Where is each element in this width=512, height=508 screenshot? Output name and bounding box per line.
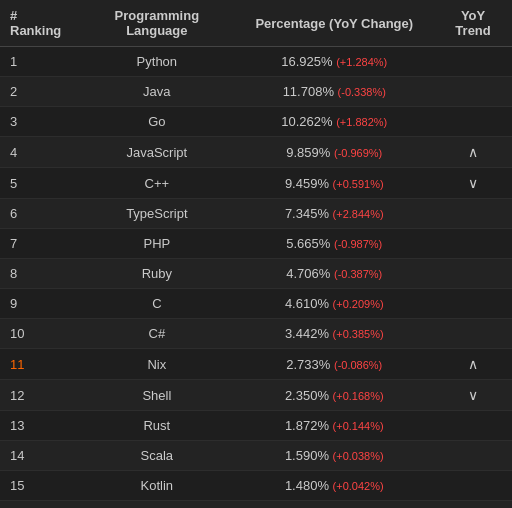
change-value: (+0.042%)	[333, 480, 384, 492]
cell-language: Kotlin	[79, 471, 234, 501]
cell-trend: ∨	[434, 380, 512, 411]
cell-rank: 7	[0, 229, 79, 259]
cell-language: Ruby	[79, 259, 234, 289]
cell-trend: ∨	[434, 168, 512, 199]
percentage-value: 3.442%	[285, 326, 333, 341]
cell-percentage: 1.480% (+0.042%)	[234, 471, 434, 501]
table-row: 4JavaScript9.859% (-0.969%)∧	[0, 137, 512, 168]
cell-rank: 14	[0, 441, 79, 471]
cell-trend	[434, 47, 512, 77]
percentage-value: 1.872%	[285, 418, 333, 433]
rankings-table: # Ranking Programming Language Percentag…	[0, 0, 512, 508]
cell-rank: 12	[0, 380, 79, 411]
trend-down-icon: ∨	[468, 387, 478, 403]
cell-percentage: 4.706% (-0.387%)	[234, 259, 434, 289]
cell-rank: 8	[0, 259, 79, 289]
cell-language: Java	[79, 77, 234, 107]
cell-rank: 9	[0, 289, 79, 319]
cell-language: TypeScript	[79, 199, 234, 229]
change-value: (-0.387%)	[334, 268, 382, 280]
percentage-value: 2.350%	[285, 388, 333, 403]
col-header-trend: YoY Trend	[434, 0, 512, 47]
cell-trend	[434, 501, 512, 509]
table-row: 3Go10.262% (+1.882%)	[0, 107, 512, 137]
table-row: 8Ruby4.706% (-0.387%)	[0, 259, 512, 289]
cell-percentage: 10.262% (+1.882%)	[234, 107, 434, 137]
change-value: (+0.591%)	[333, 178, 384, 190]
cell-language: JavaScript	[79, 137, 234, 168]
trend-up-icon: ∧	[468, 356, 478, 372]
cell-trend	[434, 259, 512, 289]
percentage-value: 16.925%	[281, 54, 336, 69]
cell-percentage: 2.350% (+0.168%)	[234, 380, 434, 411]
cell-rank: 6	[0, 199, 79, 229]
cell-percentage: 3.442% (+0.385%)	[234, 319, 434, 349]
cell-percentage: 1.590% (+0.038%)	[234, 441, 434, 471]
cell-trend	[434, 411, 512, 441]
cell-rank: 2	[0, 77, 79, 107]
percentage-value: 2.733%	[286, 357, 334, 372]
cell-language: Python	[79, 47, 234, 77]
cell-percentage: 16.925% (+1.284%)	[234, 47, 434, 77]
cell-trend	[434, 319, 512, 349]
change-value: (+1.882%)	[336, 116, 387, 128]
cell-rank: 13	[0, 411, 79, 441]
change-value: (+0.038%)	[333, 450, 384, 462]
table-row: 16Swift1.077% (-0.141%)	[0, 501, 512, 509]
cell-rank: 1	[0, 47, 79, 77]
table-row: 11Nix2.733% (-0.086%)∧	[0, 349, 512, 380]
table-row: 12Shell2.350% (+0.168%)∨	[0, 380, 512, 411]
cell-rank: 10	[0, 319, 79, 349]
cell-language: Go	[79, 107, 234, 137]
change-value: (+0.209%)	[333, 298, 384, 310]
cell-trend	[434, 77, 512, 107]
table-row: 1Python16.925% (+1.284%)	[0, 47, 512, 77]
trend-up-icon: ∧	[468, 144, 478, 160]
cell-rank: 11	[0, 349, 79, 380]
table-row: 6TypeScript7.345% (+2.844%)	[0, 199, 512, 229]
percentage-value: 5.665%	[286, 236, 334, 251]
cell-rank: 16	[0, 501, 79, 509]
cell-language: C++	[79, 168, 234, 199]
percentage-value: 7.345%	[285, 206, 333, 221]
percentage-value: 1.480%	[285, 478, 333, 493]
cell-rank: 4	[0, 137, 79, 168]
table-row: 9C4.610% (+0.209%)	[0, 289, 512, 319]
table-row: 5C++9.459% (+0.591%)∨	[0, 168, 512, 199]
percentage-value: 9.859%	[286, 145, 334, 160]
cell-trend	[434, 107, 512, 137]
col-header-ranking: # Ranking	[0, 0, 79, 47]
table-row: 14Scala1.590% (+0.038%)	[0, 441, 512, 471]
cell-rank: 15	[0, 471, 79, 501]
table-row: 10C#3.442% (+0.385%)	[0, 319, 512, 349]
cell-percentage: 1.077% (-0.141%)	[234, 501, 434, 509]
change-value: (+0.385%)	[333, 328, 384, 340]
percentage-value: 4.610%	[285, 296, 333, 311]
table-row: 2Java11.708% (-0.338%)	[0, 77, 512, 107]
cell-percentage: 1.872% (+0.144%)	[234, 411, 434, 441]
percentage-value: 4.706%	[286, 266, 334, 281]
cell-percentage: 9.859% (-0.969%)	[234, 137, 434, 168]
change-value: (+0.168%)	[333, 390, 384, 402]
trend-down-icon: ∨	[468, 175, 478, 191]
cell-trend	[434, 441, 512, 471]
cell-language: PHP	[79, 229, 234, 259]
table-row: 13Rust1.872% (+0.144%)	[0, 411, 512, 441]
cell-language: Shell	[79, 380, 234, 411]
change-value: (-0.987%)	[334, 238, 382, 250]
cell-percentage: 11.708% (-0.338%)	[234, 77, 434, 107]
change-value: (+1.284%)	[336, 56, 387, 68]
cell-percentage: 7.345% (+2.844%)	[234, 199, 434, 229]
change-value: (+0.144%)	[333, 420, 384, 432]
cell-language: Swift	[79, 501, 234, 509]
cell-rank: 3	[0, 107, 79, 137]
cell-percentage: 2.733% (-0.086%)	[234, 349, 434, 380]
percentage-value: 1.590%	[285, 448, 333, 463]
change-value: (-0.086%)	[334, 359, 382, 371]
cell-percentage: 9.459% (+0.591%)	[234, 168, 434, 199]
cell-language: C	[79, 289, 234, 319]
cell-percentage: 5.665% (-0.987%)	[234, 229, 434, 259]
cell-rank: 5	[0, 168, 79, 199]
change-value: (+2.844%)	[333, 208, 384, 220]
cell-trend	[434, 471, 512, 501]
